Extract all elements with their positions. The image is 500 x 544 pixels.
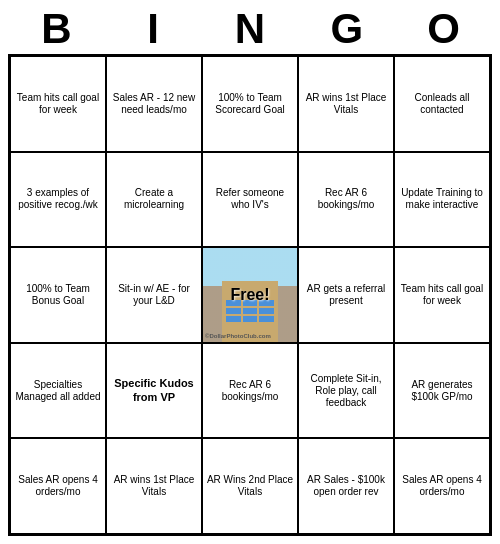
cell-o3: Team hits call goal for week xyxy=(394,247,490,343)
letter-i: I xyxy=(105,8,202,50)
cell-n4: Rec AR 6 bookings/mo xyxy=(202,343,298,439)
letter-g: G xyxy=(298,8,395,50)
cell-o1: Conleads all contacted xyxy=(394,56,490,152)
cell-b4: Specialties Managed all added xyxy=(10,343,106,439)
bingo-grid: Team hits call goal for week Sales AR - … xyxy=(8,54,492,536)
cell-n5: AR Wins 2nd Place Vitals xyxy=(202,438,298,534)
cell-g5: AR Sales - $100k open order rev xyxy=(298,438,394,534)
cell-b3: 100% to Team Bonus Goal xyxy=(10,247,106,343)
cell-free: Free! ©DollarPhotoClub.com xyxy=(202,247,298,343)
cell-g1: AR wins 1st Place Vitals xyxy=(298,56,394,152)
cell-i5: AR wins 1st Place Vitals xyxy=(106,438,202,534)
cell-b2: 3 examples of positive recog./wk xyxy=(10,152,106,248)
cell-o5: Sales AR opens 4 orders/mo xyxy=(394,438,490,534)
cell-n1: 100% to Team Scorecard Goal xyxy=(202,56,298,152)
cell-i3: Sit-in w/ AE - for your L&D xyxy=(106,247,202,343)
cell-o2: Update Training to make interactive xyxy=(394,152,490,248)
cell-n2: Refer someone who IV's xyxy=(202,152,298,248)
cell-g4: Complete Sit-in, Role play, call feedbac… xyxy=(298,343,394,439)
cell-g3: AR gets a referral present xyxy=(298,247,394,343)
free-label: Free! xyxy=(230,285,269,304)
cell-i1: Sales AR - 12 new need leads/mo xyxy=(106,56,202,152)
letter-b: B xyxy=(8,8,105,50)
cell-o4: AR generates $100k GP/mo xyxy=(394,343,490,439)
free-source-text: ©DollarPhotoClub.com xyxy=(205,333,271,340)
letter-n: N xyxy=(202,8,299,50)
cell-i4: Specific Kudos from VP xyxy=(106,343,202,439)
cell-b1: Team hits call goal for week xyxy=(10,56,106,152)
cell-b5: Sales AR opens 4 orders/mo xyxy=(10,438,106,534)
letter-o: O xyxy=(395,8,492,50)
bingo-title: B I N G O xyxy=(8,8,492,50)
cell-i2: Create a microlearning xyxy=(106,152,202,248)
cell-g2: Rec AR 6 bookings/mo xyxy=(298,152,394,248)
free-image: Free! ©DollarPhotoClub.com xyxy=(203,248,297,342)
